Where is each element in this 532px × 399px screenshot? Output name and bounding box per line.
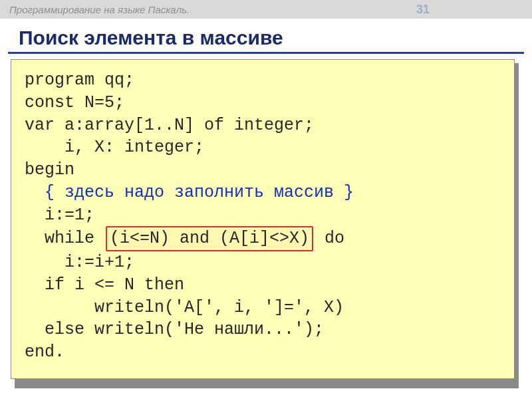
course-title: Программирование на языке Паскаль.: [9, 4, 190, 15]
code-line: i:=1;: [25, 205, 94, 225]
code-line: var a:array[1..N] of integer;: [25, 116, 314, 135]
code-line: begin: [25, 160, 74, 180]
code-comment: { здесь надо заполнить массив }: [25, 183, 354, 202]
code-line: i:=i+1;: [25, 253, 134, 272]
code-line: writeln('A[', i, ']=', X): [25, 298, 344, 317]
code-line: else writeln('Не нашли...');: [25, 320, 324, 339]
code-line-part: while: [25, 229, 104, 248]
code-highlight-condition: (i<=N) and (A[i]<>X): [106, 226, 313, 251]
code-line: const N=5;: [25, 93, 124, 112]
code-line: if i <= N then: [25, 275, 184, 295]
page-number: 31: [416, 3, 523, 17]
slide-title: Поиск элемента в массиве: [8, 19, 524, 54]
code-line-part: do: [315, 229, 344, 248]
code-block: program qq; const N=5; var a:array[1..N]…: [11, 59, 515, 379]
slide-header: Программирование на языке Паскаль. 31: [0, 0, 532, 19]
code-block-shadow: program qq; const N=5; var a:array[1..N]…: [15, 63, 519, 388]
code-line: i, X: integer;: [25, 138, 204, 157]
code-line: program qq;: [25, 70, 134, 90]
code-line: end.: [25, 342, 65, 362]
